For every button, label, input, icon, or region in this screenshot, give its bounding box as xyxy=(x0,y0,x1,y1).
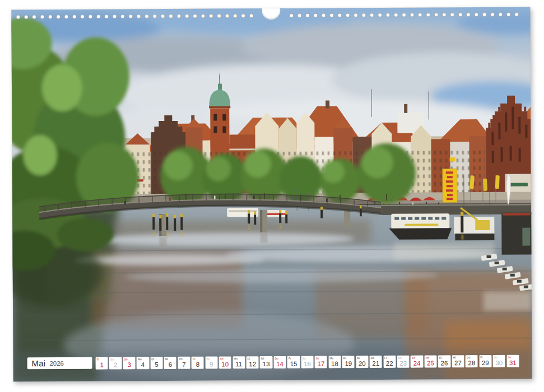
calendar-day-5: Di5 xyxy=(150,357,162,369)
day-number: 25 xyxy=(424,360,436,367)
day-number: 22 xyxy=(383,360,396,367)
day-number: 13 xyxy=(260,361,272,367)
calendar-day-31: So31 xyxy=(506,355,519,367)
calendar-page: Mai 2026 Fr1Sa2So3Mo4Di5Mi6Do7Fr8Sa9So10… xyxy=(11,7,532,382)
day-number: 3 xyxy=(123,362,135,368)
day-number: 31 xyxy=(506,360,519,366)
calendar-day-29: Fr29 xyxy=(479,355,491,367)
weekday-abbrev: Sa xyxy=(398,356,401,359)
calendar-day-9: Sa9 xyxy=(205,357,217,369)
calendar-day-19: Di19 xyxy=(342,356,355,368)
day-number: 27 xyxy=(452,360,464,367)
weekday-abbrev: Mi xyxy=(165,357,168,360)
weekday-abbrev: Fr xyxy=(384,356,387,359)
calendar-day-4: Mo4 xyxy=(137,357,149,369)
kiosk xyxy=(501,212,532,255)
day-number: 8 xyxy=(192,361,204,368)
calendar-day-13: Mi13 xyxy=(260,356,272,368)
calendar-day-11: Mo11 xyxy=(233,356,245,368)
weekday-abbrev: Mo xyxy=(425,356,429,359)
photo-luebeck-riverfront xyxy=(11,7,532,382)
weekday-abbrev: So xyxy=(508,356,511,358)
calendar-day-8: Fr8 xyxy=(192,357,204,369)
weekday-abbrev: Mi xyxy=(357,357,360,360)
weekday-abbrev: Do xyxy=(467,356,470,359)
calendar-day-25: Mo25 xyxy=(424,355,436,367)
calendar-day-20: Mi20 xyxy=(356,356,368,368)
day-number: 28 xyxy=(466,360,478,367)
calendar-day-14: Do14 xyxy=(273,356,286,368)
weekday-abbrev: So xyxy=(316,357,319,360)
day-number: 10 xyxy=(219,361,231,368)
day-number: 24 xyxy=(411,360,423,367)
weekday-abbrev: Di xyxy=(343,357,346,360)
weekday-abbrev: Fr xyxy=(480,356,483,359)
day-number: 11 xyxy=(233,361,245,368)
month-label-box: Mai 2026 xyxy=(27,357,92,370)
calendar-day-10: So10 xyxy=(219,356,231,368)
day-number: 7 xyxy=(178,361,190,368)
calendar-day-2: Sa2 xyxy=(109,357,122,369)
day-number: 26 xyxy=(438,360,450,367)
weekday-abbrev: Mo xyxy=(234,357,238,360)
year-label: 2026 xyxy=(49,360,64,367)
day-number: 12 xyxy=(247,361,259,368)
weekday-abbrev: Di xyxy=(151,358,154,361)
day-number: 19 xyxy=(342,361,355,367)
day-number: 17 xyxy=(315,361,327,367)
calendar-day-17: So17 xyxy=(315,356,327,368)
weekday-abbrev: So xyxy=(412,356,415,359)
calendar-day-3: So3 xyxy=(123,357,135,369)
day-number: 14 xyxy=(273,361,286,367)
calendar-day-30: Sa30 xyxy=(493,355,505,367)
calendar-day-23: Sa23 xyxy=(397,356,409,368)
weekday-abbrev: Do xyxy=(179,357,182,360)
day-number: 15 xyxy=(287,361,300,367)
day-number: 18 xyxy=(328,361,341,367)
calendar-day-7: Do7 xyxy=(178,357,190,369)
day-number: 6 xyxy=(164,361,176,368)
day-number: 16 xyxy=(301,361,313,367)
day-number: 4 xyxy=(137,362,149,368)
day-number: 29 xyxy=(479,360,491,366)
weekday-abbrev: So xyxy=(124,358,127,361)
day-number: 21 xyxy=(370,360,382,367)
weekday-abbrev: Mi xyxy=(261,357,264,360)
weekday-abbrev: Sa xyxy=(302,357,305,360)
day-cells-row: Fr1Sa2So3Mo4Di5Mi6Do7Fr8Sa9So10Mo11Di12M… xyxy=(96,355,519,370)
calendar-strip: Mai 2026 Fr1Sa2So3Mo4Di5Mi6Do7Fr8Sa9So10… xyxy=(13,354,532,372)
month-name: Mai xyxy=(32,358,46,368)
calendar-day-12: Di12 xyxy=(246,356,258,368)
day-number: 9 xyxy=(205,361,217,368)
day-number: 5 xyxy=(150,362,162,368)
day-number: 1 xyxy=(96,362,108,368)
weekday-abbrev: Fr xyxy=(193,357,196,360)
calendar-day-15: Fr15 xyxy=(287,356,300,368)
calendar-day-26: Di26 xyxy=(438,355,450,367)
day-number: 23 xyxy=(397,360,410,367)
calendar-day-6: Mi6 xyxy=(164,357,176,369)
excursion-boat xyxy=(389,213,452,240)
calendar-day-1: Fr1 xyxy=(96,357,108,370)
calendar-day-22: Fr22 xyxy=(383,356,396,368)
weekday-abbrev: So xyxy=(220,357,224,360)
calendar-day-27: Mi27 xyxy=(452,355,464,367)
weekday-abbrev: Sa xyxy=(110,358,114,361)
weekday-abbrev: Mo xyxy=(329,357,333,360)
weekday-abbrev: Fr xyxy=(289,357,291,360)
calendar-day-21: Do21 xyxy=(370,356,382,368)
calendar-day-18: Mo18 xyxy=(328,356,341,368)
day-number: 20 xyxy=(356,361,368,367)
weekday-abbrev: Do xyxy=(275,357,278,360)
day-number: 30 xyxy=(493,360,505,366)
weekday-abbrev: Mi xyxy=(453,356,455,359)
weekday-abbrev: Sa xyxy=(206,357,210,360)
calendar-day-24: So24 xyxy=(411,356,423,368)
weekday-abbrev: Di xyxy=(248,357,250,360)
weekday-abbrev: Do xyxy=(371,357,374,360)
weekday-abbrev: Mo xyxy=(138,358,142,361)
calendar-day-28: Do28 xyxy=(466,355,478,367)
weekday-abbrev: Di xyxy=(439,356,442,359)
calendar-day-16: Sa16 xyxy=(301,356,313,368)
day-number: 2 xyxy=(109,362,122,368)
